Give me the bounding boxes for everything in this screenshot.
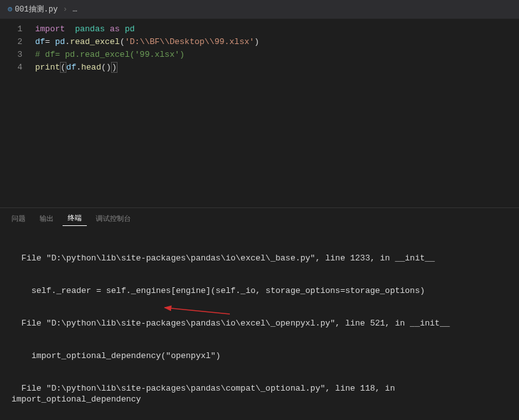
traceback-line: File "D:\python\lib\site-packages\pandas… [11, 318, 508, 329]
code-editor[interactable]: 1 import pandas as pd 2 df= pd.read_exce… [0, 19, 519, 78]
code-content[interactable]: # df= pd.read_excel('99.xlsx') [35, 49, 184, 61]
line-number: 2 [0, 36, 35, 49]
code-content[interactable]: import pandas as pd [35, 23, 135, 36]
traceback-line: self._reader = self._engines[engine](sel… [11, 285, 508, 296]
code-line: 2 df= pd.read_excel('D:\\BF\\Desktop\\99… [0, 36, 519, 49]
python-file-icon: ⚙ [8, 4, 12, 14]
code-line: 3 # df= pd.read_excel('99.xlsx') [0, 49, 519, 61]
terminal-output[interactable]: File "D:\python\lib\site-packages\pandas… [0, 229, 519, 420]
bottom-panel: 问题 输出 终端 调试控制台 File "D:\python\lib\site-… [0, 207, 519, 420]
file-breadcrumb[interactable]: ⚙ 001抽测.py › … [3, 1, 82, 19]
panel-tab-bar: 问题 输出 终端 调试控制台 [0, 208, 519, 229]
breadcrumb-more: … [73, 5, 77, 14]
tab-output[interactable]: 输出 [34, 211, 59, 226]
breadcrumb-separator: › [60, 5, 70, 14]
editor-region: ⚙ 001抽测.py › … 1 import pandas as pd 2 d… [0, 0, 519, 207]
traceback-line: import_optional_dependency("openpyxl") [11, 350, 508, 361]
code-line: 4 print(df.head()) [0, 61, 519, 74]
tab-debug-console[interactable]: 调试控制台 [91, 211, 136, 226]
tab-problems[interactable]: 问题 [6, 211, 31, 226]
tab-terminal[interactable]: 终端 [63, 211, 87, 226]
code-line: 1 import pandas as pd [0, 23, 519, 36]
line-number: 1 [0, 23, 35, 36]
file-name: 001抽测.py [15, 4, 57, 15]
editor-tab-bar: ⚙ 001抽测.py › … [0, 0, 519, 19]
code-content[interactable]: print(df.head()) [35, 61, 117, 74]
line-number: 4 [0, 61, 35, 74]
traceback-line: File "D:\python\lib\site-packages\pandas… [11, 383, 508, 405]
code-content[interactable]: df= pd.read_excel('D:\\BF\\Desktop\\99.x… [35, 36, 259, 49]
line-number: 3 [0, 49, 35, 61]
traceback-line: File "D:\python\lib\site-packages\pandas… [11, 253, 508, 264]
